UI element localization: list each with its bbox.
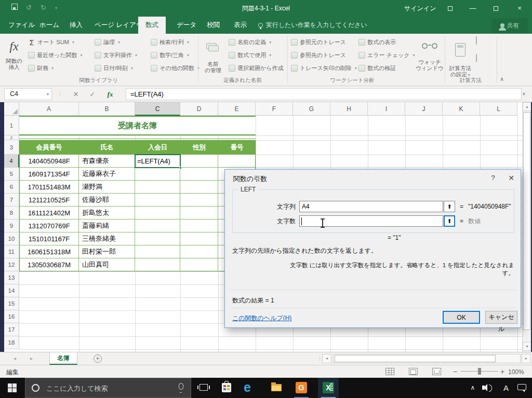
row-header-7[interactable]: 7: [4, 194, 19, 207]
restore-icon[interactable]: [485, 0, 506, 17]
table-cell[interactable]: 瀬野満: [79, 181, 135, 194]
close-icon[interactable]: ×: [509, 0, 530, 17]
table-cell[interactable]: [180, 207, 218, 219]
table-header-cell[interactable]: 番号: [218, 140, 256, 155]
row-header-11[interactable]: 11: [4, 245, 19, 258]
table-cell[interactable]: [218, 155, 256, 168]
math-trig-button[interactable]: 数学/三角▾: [151, 49, 200, 62]
trace-precedents-button[interactable]: 参照元のトレース: [291, 36, 357, 49]
calculate-sheet-button[interactable]: [476, 54, 477, 62]
row-header-10[interactable]: 10: [4, 232, 19, 245]
column-header-J[interactable]: J: [405, 102, 443, 116]
row-header-1[interactable]: 1: [4, 116, 19, 135]
zoom-slider-knob[interactable]: [478, 368, 481, 375]
start-button[interactable]: [0, 378, 25, 398]
row-header-8[interactable]: 8: [4, 207, 19, 219]
active-cell[interactable]: =LEFT(A4): [135, 154, 181, 168]
vertical-scroll-thumb[interactable]: [523, 112, 530, 330]
worksheet-title-cell[interactable]: 受講者名簿: [19, 116, 256, 135]
add-sheet-icon[interactable]: +: [94, 354, 102, 363]
table-cell[interactable]: [135, 194, 180, 207]
sheet-nav-right-icon[interactable]: ▸: [30, 355, 33, 361]
table-cell[interactable]: [135, 232, 180, 245]
zoom-out-icon[interactable]: −: [453, 367, 457, 376]
text-functions-button[interactable]: 文字列操作▾: [95, 49, 137, 62]
table-cell[interactable]: [135, 168, 180, 181]
cancel-button[interactable]: キャンセル: [485, 311, 517, 324]
expand-formula-bar-icon[interactable]: ▾: [523, 91, 525, 97]
table-cell[interactable]: 1312070769F: [19, 219, 79, 232]
hscroll-right-icon[interactable]: ▸: [522, 354, 531, 363]
row-header-15[interactable]: 15: [4, 297, 19, 310]
column-header-C[interactable]: C: [135, 102, 180, 116]
view-page-break-icon[interactable]: [432, 368, 441, 375]
table-cell[interactable]: 有森優奈: [79, 155, 135, 168]
table-cell[interactable]: [180, 168, 218, 181]
tab-insert[interactable]: 挿入: [62, 17, 90, 34]
zoom-in-icon[interactable]: +: [500, 367, 504, 376]
table-header-cell[interactable]: 性別: [180, 140, 218, 155]
trace-dependents-button[interactable]: 参照先のトレース: [291, 49, 357, 62]
edge-button[interactable]: e: [239, 378, 260, 398]
row-header-3[interactable]: 3: [4, 140, 19, 155]
sign-in-button[interactable]: サインイン: [404, 4, 436, 13]
task-view-button[interactable]: [193, 378, 214, 398]
hscroll-left-icon[interactable]: ◂: [322, 354, 331, 363]
table-cell[interactable]: 1305030687M: [19, 258, 79, 271]
logical-button[interactable]: 論理▾: [95, 36, 137, 49]
evaluate-formula-button[interactable]: 数式の検証: [358, 62, 415, 75]
financial-button[interactable]: 財務▾: [28, 62, 83, 75]
tab-home[interactable]: ホーム: [32, 17, 66, 34]
vertical-scrollbar[interactable]: ▲ ▼: [522, 102, 531, 352]
table-cell[interactable]: [180, 194, 218, 207]
row-header-2[interactable]: 2: [4, 135, 19, 140]
horizontal-scrollbar[interactable]: [333, 354, 521, 363]
tell-me-box[interactable]: 実行したい作業を入力してください: [258, 17, 367, 34]
more-functions-button[interactable]: その他の関数▾: [151, 62, 200, 75]
share-button[interactable]: 共有: [491, 18, 528, 33]
row-header-18[interactable]: 18: [4, 336, 19, 349]
insert-function-button[interactable]: fx 関数の 挿入: [2, 35, 26, 75]
insert-function-fx-icon[interactable]: fx: [103, 88, 117, 100]
dialog-help-icon[interactable]: ?: [487, 174, 499, 182]
view-normal-icon[interactable]: [385, 368, 394, 375]
pdf-app-button[interactable]: G: [291, 378, 312, 398]
fill-handle[interactable]: [179, 167, 182, 169]
calculate-now-button[interactable]: [476, 37, 477, 44]
column-header-D[interactable]: D: [180, 102, 218, 116]
minimize-icon[interactable]: —: [462, 0, 483, 17]
use-in-formula-button[interactable]: 数式で使用▾: [229, 49, 284, 62]
taskbar-search[interactable]: ここに入力して検索: [25, 378, 191, 398]
table-cell[interactable]: [135, 258, 180, 271]
column-header-E[interactable]: E: [218, 102, 256, 116]
arg2-refedit-icon[interactable]: ⬆: [444, 215, 455, 227]
table-cell[interactable]: 折島悠太: [79, 207, 135, 219]
table-cell[interactable]: 1404050948F: [19, 155, 79, 168]
table-cell[interactable]: 1609171354F: [19, 168, 79, 181]
table-cell[interactable]: [180, 245, 218, 258]
row-header-9[interactable]: 9: [4, 219, 19, 232]
table-header-cell[interactable]: 会員番号: [19, 140, 79, 155]
tray-chevron-icon[interactable]: ∧: [467, 378, 479, 398]
microphone-icon[interactable]: [179, 383, 183, 390]
volume-icon[interactable]: [482, 378, 498, 398]
namebox-dropdown-icon[interactable]: ▾: [44, 88, 52, 100]
row-header-6[interactable]: 6: [4, 181, 19, 194]
table-cell[interactable]: [135, 207, 180, 219]
datetime-button[interactable]: 日付/時刻▾: [95, 62, 137, 75]
table-cell[interactable]: [180, 181, 218, 194]
table-cell[interactable]: 田村栄一郎: [79, 245, 135, 258]
calculation-options-button[interactable]: 計算方法 の設定▾: [447, 35, 473, 75]
ribbon-display-options-icon[interactable]: [440, 0, 460, 17]
row-header-17[interactable]: 17: [4, 323, 19, 336]
table-cell[interactable]: 斎藤莉緒: [79, 219, 135, 232]
table-cell[interactable]: [180, 219, 218, 232]
error-checking-button[interactable]: エラー チェック▾: [358, 49, 415, 62]
zoom-level[interactable]: 100%: [508, 368, 524, 376]
table-cell[interactable]: 1606151318M: [19, 245, 79, 258]
table-cell[interactable]: 1510101167F: [19, 232, 79, 245]
row-header-16[interactable]: 16: [4, 310, 19, 323]
collapse-ribbon-icon[interactable]: ∧: [500, 76, 504, 83]
sheet-tab-meibo[interactable]: 名簿: [49, 352, 77, 365]
formula-input[interactable]: =LEFT(A4): [126, 88, 522, 100]
